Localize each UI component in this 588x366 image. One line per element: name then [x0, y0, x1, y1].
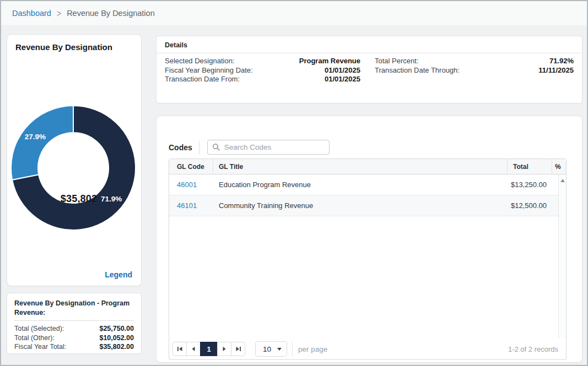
- codes-card: Codes GL Code GL Title Total % 46001 Edu…: [156, 116, 582, 363]
- legend-link[interactable]: Legend: [105, 270, 132, 279]
- details-label: Transaction Date Through:: [375, 66, 460, 75]
- details-label: Transaction Date From:: [165, 75, 240, 84]
- gl-title-cell: Community Training Revenue: [213, 201, 508, 210]
- column-header-gl-code[interactable]: GL Code: [169, 159, 213, 174]
- summary-row-value: $25,750.00: [99, 324, 134, 334]
- codes-title: Codes: [169, 143, 192, 152]
- summary-row-value: $10,052.00: [99, 334, 134, 343]
- vertical-scrollbar[interactable]: [558, 174, 566, 351]
- chart-card: Revenue By Designation 71.9%27.9% $35,80…: [7, 34, 142, 286]
- details-row: Transaction Date From: 01/01/2025: [165, 75, 360, 84]
- details-row: Selected Designation: Program Revenue: [165, 57, 360, 66]
- page-size-select[interactable]: 10: [255, 341, 287, 357]
- details-card: Details Selected Designation: Program Re…: [156, 36, 582, 103]
- search-codes-input[interactable]: [207, 140, 330, 155]
- page-number-button[interactable]: 1: [200, 342, 218, 356]
- donut-center-value: $35,802: [35, 193, 123, 205]
- summary-row: Fiscal Year Total: $35,802.00: [14, 342, 134, 352]
- summary-row-value: $35,802.00: [99, 342, 134, 352]
- breadcrumb-dashboard-link[interactable]: Dashboard: [12, 9, 51, 18]
- details-row: Transaction Date Through: 11/11/2025: [375, 66, 574, 75]
- column-header-percent[interactable]: %: [552, 159, 566, 174]
- page-prev-button[interactable]: [186, 342, 201, 356]
- page-next-button[interactable]: [217, 342, 231, 356]
- table-row[interactable]: 46001 Education Program Revenue $13,250.…: [169, 174, 566, 195]
- chevron-down-icon: [277, 348, 282, 351]
- search-icon: [212, 143, 220, 154]
- revenue-by-designation-page: Dashboard > Revenue By Designation Reven…: [0, 0, 588, 366]
- details-value: 11/11/2025: [538, 66, 574, 75]
- donut-segment[interactable]: [11, 106, 73, 180]
- column-header-gl-title[interactable]: GL Title: [213, 159, 508, 174]
- summary-row-label: Total (Other):: [14, 334, 55, 343]
- donut-percent-label: 27.9%: [25, 133, 46, 141]
- summary-row-label: Total (Selected):: [14, 324, 64, 334]
- table-body: 46001 Education Program Revenue $13,250.…: [169, 174, 566, 342]
- gl-code-link[interactable]: 46101: [177, 201, 197, 210]
- search-box: [207, 140, 330, 155]
- summary-title: Revenue By Designation - Program Revenue…: [14, 299, 134, 321]
- details-value: 01/01/2025: [325, 75, 360, 84]
- donut-chart[interactable]: 71.9%27.9% $35,802: [7, 35, 142, 287]
- table-header-row: GL Code GL Title Total %: [169, 159, 566, 174]
- details-row: Fiscal Year Beginning Date: 01/01/2025: [165, 66, 360, 75]
- summary-row: Total (Other): $10,052.00: [14, 334, 134, 343]
- details-title: Details: [157, 36, 582, 53]
- records-count: 1-2 of 2 records: [508, 345, 558, 353]
- pagination-bar: 1 10 per page 1-2 of 2 records: [169, 338, 567, 360]
- details-value: Program Revenue: [299, 57, 360, 66]
- total-cell: $12,500.00: [508, 201, 552, 210]
- page-size-value: 10: [263, 345, 271, 353]
- page-first-button[interactable]: [172, 342, 187, 356]
- summary-card: Revenue By Designation - Program Revenue…: [7, 293, 142, 354]
- details-value: 01/01/2025: [325, 66, 360, 75]
- divider: [292, 341, 293, 357]
- summary-row: Total (Selected): $25,750.00: [14, 324, 134, 334]
- column-header-total[interactable]: Total: [508, 159, 552, 174]
- details-label: Selected Designation:: [165, 57, 234, 66]
- gl-code-link[interactable]: 46001: [177, 181, 197, 189]
- breadcrumb-current-page: Revenue By Designation: [67, 9, 155, 18]
- per-page-label: per page: [298, 345, 327, 353]
- chevron-right-icon: >: [57, 8, 61, 18]
- details-row: Total Percent: 71.92%: [375, 57, 574, 66]
- scroll-up-icon[interactable]: [560, 179, 565, 182]
- details-value: 71.92%: [549, 57, 574, 66]
- details-label: Total Percent:: [375, 57, 419, 66]
- table-row[interactable]: 46101 Community Training Revenue $12,500…: [169, 195, 566, 216]
- summary-row-label: Fiscal Year Total:: [14, 342, 66, 352]
- page-last-button[interactable]: [231, 342, 245, 356]
- gl-title-cell: Education Program Revenue: [213, 181, 508, 189]
- details-label: Fiscal Year Beginning Date:: [165, 66, 253, 75]
- breadcrumb: Dashboard > Revenue By Designation: [1, 1, 587, 25]
- divider: [199, 141, 199, 154]
- gl-codes-table: GL Code GL Title Total % 46001 Education…: [169, 159, 567, 360]
- total-cell: $13,250.00: [508, 181, 552, 189]
